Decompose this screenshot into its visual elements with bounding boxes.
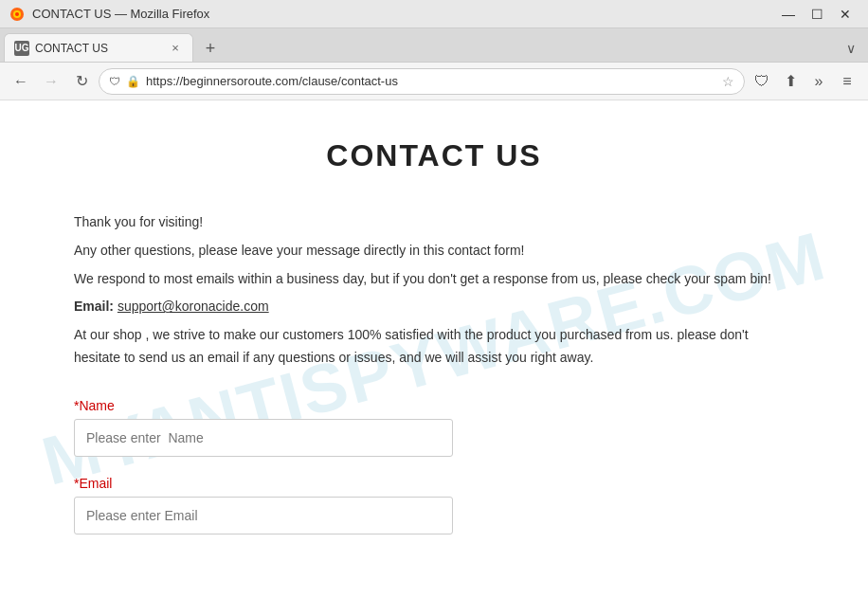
close-button[interactable]: ✕: [832, 4, 859, 25]
title-bar-left: CONTACT US — Mozilla Firefox: [9, 7, 209, 22]
maximize-button[interactable]: ☐: [804, 4, 830, 25]
page-heading: CONTACT US: [74, 138, 794, 173]
nav-bar: ← → ↻ 🛡 🔒 ☆ 🛡 ⬆ » ≡: [0, 63, 868, 100]
intro-line-2: Any other questions, please leave your m…: [74, 240, 794, 263]
minimize-button[interactable]: —: [775, 4, 802, 25]
pocket-button[interactable]: 🛡: [749, 68, 775, 95]
page-content: MYANTISPYWARE.COM CONTACT US Thank you f…: [0, 100, 868, 616]
name-label: *Name: [74, 398, 794, 413]
contact-form: *Name *Email: [74, 398, 794, 534]
address-bar[interactable]: 🛡 🔒 ☆: [99, 68, 745, 95]
email-label: *Email: [74, 476, 794, 491]
new-tab-button[interactable]: +: [197, 35, 224, 62]
content-wrapper: CONTACT US Thank you for visiting! Any o…: [55, 100, 813, 591]
name-field-group: *Name: [74, 398, 794, 457]
more-tools-button[interactable]: »: [805, 68, 832, 95]
name-input[interactable]: [74, 419, 453, 457]
email-label-text: Email:: [74, 299, 114, 314]
email-input[interactable]: [74, 497, 453, 534]
security-shield-icon: 🛡: [109, 75, 120, 88]
tab-list-button[interactable]: ∨: [838, 35, 864, 62]
bookmark-star-icon[interactable]: ☆: [722, 74, 734, 89]
email-field-group: *Email: [74, 476, 794, 534]
tab-title: CONTACT US: [35, 42, 162, 55]
tab-bar: UG CONTACT US × + ∨: [0, 28, 868, 63]
email-link[interactable]: support@koronacide.com: [118, 299, 269, 314]
intro-line-3: We respond to most emails within a busin…: [74, 268, 794, 291]
back-button[interactable]: ←: [8, 68, 34, 95]
tab-favicon: UG: [14, 41, 29, 56]
firefox-logo-icon: [9, 7, 25, 22]
window-title: CONTACT US — Mozilla Firefox: [32, 7, 209, 21]
tab-close-button[interactable]: ×: [168, 41, 183, 56]
lock-icon: 🔒: [126, 75, 140, 88]
tab-bar-right: ∨: [838, 35, 864, 62]
svg-point-2: [15, 12, 19, 16]
active-tab[interactable]: UG CONTACT US ×: [4, 33, 193, 62]
title-bar: CONTACT US — Mozilla Firefox — ☐ ✕: [0, 0, 868, 28]
intro-line-1: Thank you for visiting!: [74, 211, 794, 234]
intro-line-4: Email: support@koronacide.com: [74, 296, 794, 318]
intro-line-5: At our shop , we strive to make our cust…: [74, 324, 794, 370]
reload-button[interactable]: ↻: [68, 68, 95, 95]
nav-right-buttons: 🛡 ⬆ » ≡: [749, 68, 860, 95]
forward-button[interactable]: →: [38, 68, 64, 95]
title-bar-controls: — ☐ ✕: [775, 4, 859, 25]
menu-button[interactable]: ≡: [834, 68, 860, 95]
share-button[interactable]: ⬆: [777, 68, 804, 95]
intro-text: Thank you for visiting! Any other questi…: [74, 211, 794, 370]
url-input[interactable]: [146, 74, 716, 88]
